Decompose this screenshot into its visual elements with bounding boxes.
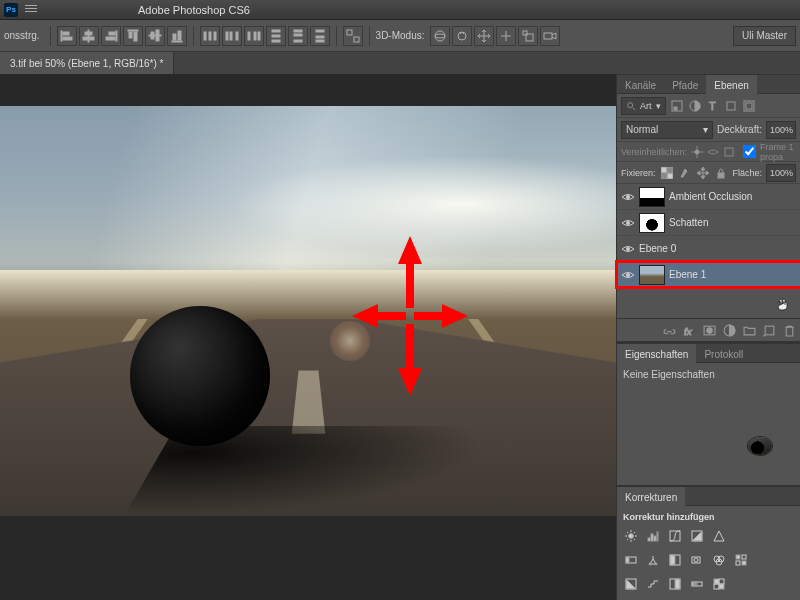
group-icon[interactable] [742,323,756,337]
svg-point-80 [629,534,634,539]
unify-position-icon[interactable] [691,145,703,159]
vibrance-icon[interactable] [711,528,727,544]
tab-ebenen[interactable]: Ebenen [706,75,756,95]
dist-h2-button[interactable] [222,26,242,46]
opacity-input[interactable] [766,121,796,139]
visibility-icon[interactable] [621,268,635,282]
svg-point-74 [626,273,630,277]
threshold-icon[interactable] [667,576,683,592]
3d-slide-button[interactable] [496,26,516,46]
dist-v3-button[interactable] [310,26,330,46]
lock-position-icon[interactable] [696,166,710,180]
filter-pixel-icon[interactable] [670,99,684,113]
layer-thumbnail [639,213,665,233]
svg-rect-40 [354,37,359,42]
dist-v2-button[interactable] [288,26,308,46]
canvas[interactable] [0,106,616,516]
align-bottom-button[interactable] [167,26,187,46]
layer-style-icon[interactable]: fx [682,323,696,337]
colorlookup-icon[interactable] [733,552,749,568]
layer-name[interactable]: Ebene 1 [669,269,706,280]
photofilter-icon[interactable] [689,552,705,568]
3d-pan-button[interactable] [474,26,494,46]
align-left-button[interactable] [57,26,77,46]
document-tab[interactable]: 3.tif bei 50% (Ebene 1, RGB/16*) * [0,52,174,74]
layer-row[interactable]: Schatten [617,210,800,236]
options-bar: onsstrg. 3D-Modus: Uli Master [0,20,800,52]
levels-icon[interactable] [645,528,661,544]
svg-marker-50 [414,304,468,328]
tab-kanaele[interactable]: Kanäle [617,75,664,95]
layer-row[interactable]: Ebene 0 [617,236,800,262]
layer-row[interactable]: Ambient Occlusion [617,184,800,210]
dist-h3-button[interactable] [244,26,264,46]
adjustment-layer-icon[interactable] [722,323,736,337]
3d-camera-button[interactable] [540,26,560,46]
visibility-icon[interactable] [621,242,635,256]
sphere-object[interactable] [130,306,270,446]
selectivecolor-icon[interactable] [711,576,727,592]
3d-orbit-button[interactable] [430,26,450,46]
dist-h1-button[interactable] [200,26,220,46]
layer-name[interactable]: Ebene 0 [639,243,676,254]
auto-align-button[interactable] [343,26,363,46]
filter-type-icon[interactable]: T [706,99,720,113]
properties-empty: Keine Eigenschaften [617,363,800,386]
unify-visibility-icon[interactable] [707,145,719,159]
brightness-icon[interactable] [623,528,639,544]
align-hcenter-button[interactable] [79,26,99,46]
blend-mode-dropdown[interactable]: Normal ▾ [621,121,713,139]
colorbalance-icon[interactable] [645,552,661,568]
svg-rect-117 [714,579,719,584]
svg-text:T: T [709,100,716,112]
align-vcenter-button[interactable] [145,26,165,46]
visibility-icon[interactable] [621,190,635,204]
workspace-switcher[interactable]: Uli Master [733,26,796,46]
fill-input[interactable] [766,164,796,182]
dist-v1-button[interactable] [266,26,286,46]
exposure-icon[interactable] [689,528,705,544]
canvas-container[interactable] [0,74,616,600]
unify-style-icon[interactable] [723,145,735,159]
hue-icon[interactable] [623,552,639,568]
gradientmap-icon[interactable] [689,576,705,592]
channelmixer-icon[interactable] [711,552,727,568]
tab-pfade[interactable]: Pfade [664,75,706,95]
align-right-button[interactable] [101,26,121,46]
invert-icon[interactable] [623,576,639,592]
tab-eigenschaften[interactable]: Eigenschaften [617,344,696,364]
unify-row: Vereinheitlichen: Frame 1 propa [617,142,800,162]
layer-name[interactable]: Ambient Occlusion [669,191,752,202]
svg-rect-101 [670,555,675,565]
svg-rect-11 [106,37,115,40]
lock-all-icon[interactable] [714,166,728,180]
svg-line-87 [634,532,635,533]
svg-rect-20 [178,31,181,40]
3d-scale-button[interactable] [518,26,538,46]
lock-row: Fixieren: Fläche: [617,162,800,184]
layer-mask-icon[interactable] [702,323,716,337]
svg-point-51 [628,102,633,107]
right-panels: Kanäle Pfade Ebenen Art ▾ T Normal ▾ Dec… [616,74,800,600]
filter-adjust-icon[interactable] [688,99,702,113]
tab-protokoll[interactable]: Protokoll [696,344,751,364]
tab-korrekturen[interactable]: Korrekturen [617,487,685,507]
layer-name[interactable]: Schatten [669,217,708,228]
new-layer-icon[interactable] [762,323,776,337]
curves-icon[interactable] [667,528,683,544]
lock-pixels-icon[interactable] [678,166,692,180]
visibility-icon[interactable] [621,216,635,230]
align-top-button[interactable] [123,26,143,46]
3d-roll-button[interactable] [452,26,472,46]
delete-layer-icon[interactable] [782,323,796,337]
posterize-icon[interactable] [645,576,661,592]
link-layers-icon[interactable] [662,323,676,337]
bw-icon[interactable] [667,552,683,568]
layer-row-selected[interactable]: Ebene 1 [617,262,800,288]
filter-type-dropdown[interactable]: Art ▾ [621,97,666,115]
filter-smart-icon[interactable] [742,99,756,113]
filter-shape-icon[interactable] [724,99,738,113]
grip-icon [24,2,38,18]
lock-transparent-icon[interactable] [660,166,674,180]
frame-propagate-checkbox[interactable] [743,145,756,158]
